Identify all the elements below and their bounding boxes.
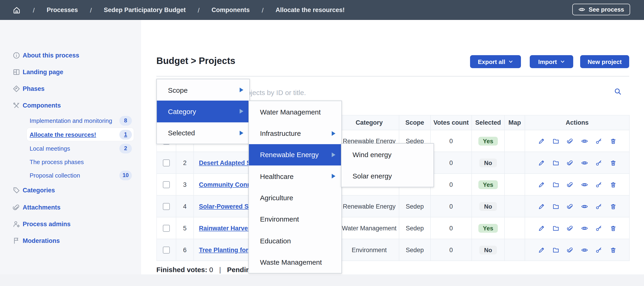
- project-title-link[interactable]: Rainwater Harves: [199, 225, 252, 232]
- import-button[interactable]: Import: [530, 55, 573, 68]
- subcategory-item-solar-energy[interactable]: Solar energy: [342, 165, 434, 187]
- trash-icon[interactable]: [610, 225, 616, 232]
- edit-icon[interactable]: [538, 181, 545, 188]
- search-input[interactable]: [215, 85, 601, 100]
- edit-icon[interactable]: [538, 137, 545, 145]
- attachment-icon[interactable]: [566, 246, 574, 253]
- edit-icon[interactable]: [538, 225, 545, 232]
- row-checkbox[interactable]: [163, 203, 170, 210]
- project-title-link[interactable]: Desert Adapted S: [199, 159, 251, 166]
- row-checkbox[interactable]: [163, 246, 170, 253]
- top-bar: / Processes / Sedep Participatory Budget…: [0, 0, 644, 20]
- row-actions: [538, 203, 616, 210]
- subcategory-item-wind-energy[interactable]: Wind energy: [342, 144, 434, 165]
- category-item-renewable-energy[interactable]: Renewable Energy: [249, 144, 342, 166]
- edit-icon[interactable]: [538, 159, 545, 166]
- selected-badge: Yes: [478, 180, 498, 189]
- selected-badge: No: [480, 202, 497, 211]
- attachment-icon[interactable]: [566, 203, 574, 210]
- category-item-healthcare[interactable]: Healthcare: [249, 166, 342, 187]
- project-votes: 0: [431, 174, 472, 196]
- key-icon[interactable]: [595, 137, 602, 145]
- chevron-down-icon: [508, 59, 513, 64]
- preview-icon[interactable]: [581, 203, 588, 210]
- edit-icon[interactable]: [538, 203, 545, 210]
- preview-icon[interactable]: [581, 159, 588, 166]
- sidebar-item-proposal-collection[interactable]: Proposal collection 10: [0, 169, 141, 182]
- project-category: Renewable Energy: [340, 196, 399, 217]
- attachment-icon[interactable]: [566, 159, 574, 166]
- breadcrumb-current[interactable]: Allocate the resources!: [276, 7, 345, 14]
- folder-icon[interactable]: [552, 137, 559, 145]
- folder-icon[interactable]: [552, 225, 559, 232]
- edit-icon[interactable]: [538, 246, 545, 253]
- export-all-button[interactable]: Export all: [470, 55, 521, 68]
- project-id: 3: [176, 174, 194, 196]
- sidebar-item-label: Attachments: [23, 204, 60, 211]
- search-icon[interactable]: [614, 88, 622, 95]
- row-checkbox[interactable]: [163, 225, 170, 232]
- category-item-education[interactable]: Education: [249, 230, 342, 251]
- preview-icon[interactable]: [581, 246, 588, 253]
- see-process-button[interactable]: See process: [572, 4, 630, 15]
- divider: [156, 76, 629, 76]
- project-votes: 0: [431, 239, 472, 261]
- header-selected: Selected: [472, 115, 505, 130]
- folder-icon[interactable]: [552, 203, 559, 210]
- project-title-link[interactable]: Tree Planting for: [199, 246, 248, 253]
- row-checkbox[interactable]: [163, 159, 170, 166]
- filter-menu-item-selected[interactable]: Selected: [157, 122, 249, 144]
- sidebar-item-process-phases[interactable]: The process phases: [0, 155, 141, 168]
- trash-icon[interactable]: [610, 159, 616, 166]
- new-project-button[interactable]: New project: [580, 55, 629, 68]
- sidebar-subitem-label: Proposal collection: [30, 172, 80, 179]
- project-title-link[interactable]: Solar-Powered St: [199, 203, 251, 210]
- attachment-icon[interactable]: [566, 225, 574, 232]
- submenu-arrow-icon: [332, 174, 336, 179]
- folder-icon[interactable]: [552, 159, 559, 166]
- filter-menu-item-category[interactable]: Category: [157, 101, 249, 122]
- count-badge: 10: [119, 170, 132, 180]
- sidebar-item-implementation-monitoring[interactable]: Implementation and monitoring 8: [0, 114, 141, 127]
- category-item-infrastructure[interactable]: Infrastructure: [249, 123, 342, 144]
- breadcrumb-link-components[interactable]: Components: [212, 7, 250, 14]
- breadcrumb-link-processes[interactable]: Processes: [47, 7, 78, 14]
- attachment-icon[interactable]: [566, 137, 574, 145]
- count-badge: 2: [119, 144, 132, 153]
- sidebar-item-label: Moderations: [23, 237, 60, 244]
- sidebar-item-local-meetings[interactable]: Local meetings 2: [0, 142, 141, 155]
- key-icon[interactable]: [595, 203, 602, 210]
- key-icon[interactable]: [595, 159, 602, 166]
- preview-icon[interactable]: [581, 137, 588, 145]
- category-item-water-management[interactable]: Water Management: [249, 101, 342, 123]
- row-checkbox[interactable]: [163, 181, 170, 188]
- status-separator: |: [219, 266, 221, 273]
- project-votes: 0: [431, 217, 472, 239]
- category-item-agriculture[interactable]: Agriculture: [249, 187, 342, 209]
- sidebar-item-allocate-resources[interactable]: Allocate the resources! 1: [0, 128, 141, 141]
- key-icon[interactable]: [595, 225, 602, 232]
- project-votes: 0: [431, 196, 472, 217]
- row-actions: [538, 181, 616, 188]
- trash-icon[interactable]: [610, 137, 616, 145]
- category-item-environment[interactable]: Environment: [249, 209, 342, 230]
- folder-icon[interactable]: [552, 181, 559, 188]
- trash-icon[interactable]: [610, 203, 616, 210]
- preview-icon[interactable]: [581, 181, 588, 188]
- trash-icon[interactable]: [610, 181, 616, 188]
- key-icon[interactable]: [595, 181, 602, 188]
- filter-menu-item-scope[interactable]: Scope: [157, 79, 249, 101]
- trash-icon[interactable]: [610, 246, 616, 253]
- folder-icon[interactable]: [552, 246, 559, 253]
- home-icon[interactable]: [12, 6, 21, 14]
- preview-icon[interactable]: [581, 225, 588, 232]
- category-item-waste-management[interactable]: Waste Management: [249, 251, 342, 273]
- project-title-link[interactable]: Community Conn: [199, 181, 251, 188]
- key-icon[interactable]: [595, 246, 602, 253]
- breadcrumb-link-process[interactable]: Sedep Participatory Budget: [104, 7, 186, 14]
- attachment-icon[interactable]: [566, 181, 574, 188]
- breadcrumb: / Processes / Sedep Participatory Budget…: [0, 6, 345, 14]
- table-row: 6 Tree Planting for Environment Sedep 0 …: [157, 239, 630, 261]
- export-all-label: Export all: [478, 58, 506, 65]
- menu-item-label: Renewable Energy: [260, 151, 319, 159]
